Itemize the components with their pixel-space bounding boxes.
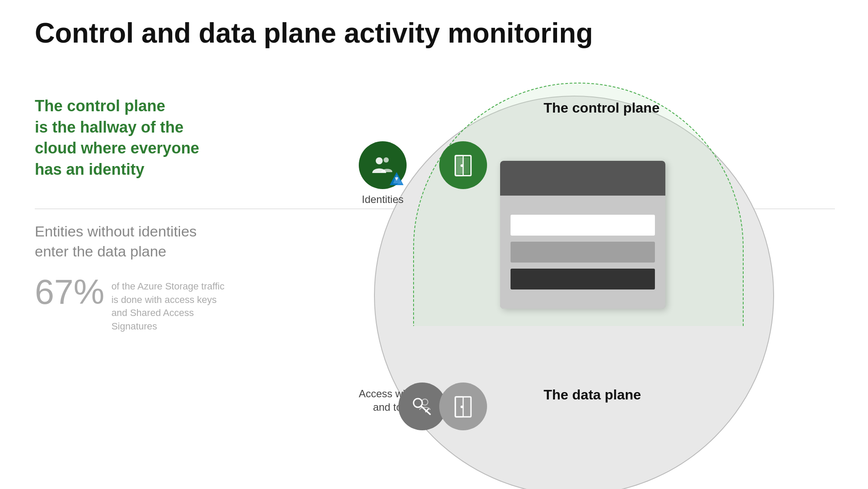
door-icon-circle-bottom: [439, 383, 487, 430]
svg-point-15: [461, 406, 463, 408]
control-plane-label: The control plane: [544, 100, 660, 116]
keys-icon: [409, 393, 435, 419]
card-row-white: [511, 215, 655, 236]
page-title: Control and data plane activity monitori…: [35, 17, 593, 50]
diagram-container: The control plane The data plane Identit…: [287, 74, 835, 422]
data-plane-label: The data plane: [544, 387, 641, 403]
svg-line-11: [426, 409, 428, 412]
keys-icon-container: Access with keys and tokens: [359, 383, 438, 414]
azure-logo: [389, 171, 404, 187]
card-row-dark: [511, 269, 655, 289]
card-row-gray: [511, 242, 655, 263]
svg-point-8: [461, 164, 463, 167]
percentage-description: of the Azure Storage traffic is done wit…: [111, 275, 233, 333]
percentage-row: 67% of the Azure Storage traffic is done…: [35, 275, 270, 333]
card-body: [500, 196, 665, 309]
document-card: [500, 161, 665, 309]
entities-text: Entities without identities enter the da…: [35, 222, 270, 262]
identities-icon-circle: [359, 141, 407, 189]
door-icon-bottom-svg: [450, 393, 476, 419]
identities-label: Identities: [359, 193, 407, 206]
card-header: [500, 161, 665, 196]
left-panel: The control plane is the hallway of the …: [35, 96, 278, 189]
svg-point-0: [376, 157, 383, 164]
control-plane-heading: The control plane is the hallway of the …: [35, 96, 278, 180]
door-icon-circle-top: [439, 141, 487, 189]
data-plane-section: Entities without identities enter the da…: [35, 222, 270, 333]
identities-icon-container: Identities: [359, 141, 407, 206]
azure-badge: [389, 171, 404, 187]
svg-point-1: [384, 157, 389, 163]
percentage-number: 67%: [35, 275, 104, 309]
door-icon-top-svg: [450, 152, 476, 178]
